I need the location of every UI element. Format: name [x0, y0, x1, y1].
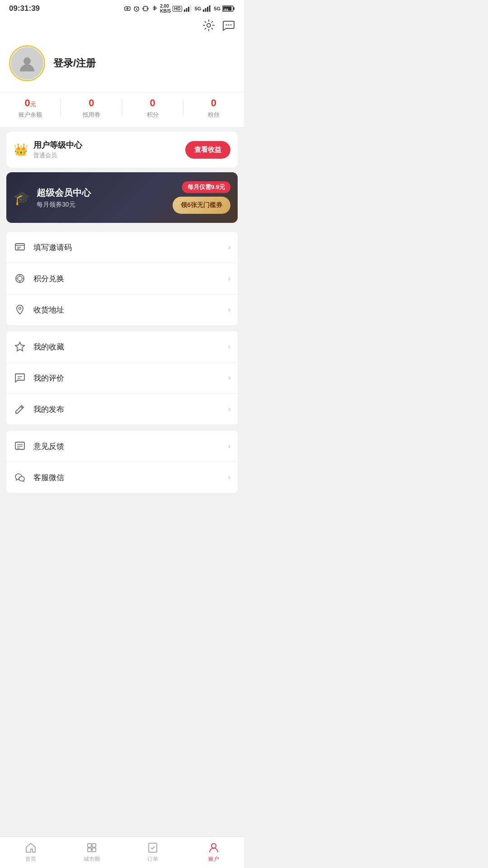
stat-points[interactable]: 0 积分	[122, 97, 183, 119]
chevron-right-icon: ›	[228, 243, 230, 251]
svg-rect-7	[203, 9, 204, 12]
svg-rect-6	[190, 5, 191, 12]
location-icon	[14, 303, 26, 316]
svg-rect-10	[209, 5, 211, 12]
star-icon	[14, 340, 26, 353]
menu-item-invite[interactable]: 填写邀请码 ›	[6, 232, 238, 263]
svg-rect-9	[207, 7, 208, 12]
svg-text:84: 84	[224, 8, 228, 12]
settings-button[interactable]	[202, 19, 215, 33]
svg-point-16	[226, 24, 227, 26]
signal-icon-1	[184, 5, 193, 12]
avatar-placeholder	[11, 47, 43, 80]
chevron-right-icon: ›	[228, 374, 230, 382]
menu-item-points[interactable]: 积分兑换 ›	[6, 263, 238, 294]
battery-icon: 84	[222, 5, 235, 12]
stat-fans[interactable]: 0 粉丝	[183, 97, 244, 119]
comment-icon	[14, 372, 26, 384]
vip-coupon-button[interactable]: 领6张无门槛券	[173, 197, 230, 214]
signal-icon-2	[203, 5, 212, 12]
chevron-right-icon: ›	[228, 343, 230, 351]
chevron-right-icon: ›	[228, 306, 230, 314]
svg-point-30	[19, 307, 21, 310]
menu-item-favorites[interactable]: 我的收藏 ›	[6, 331, 238, 363]
menu-item-review[interactable]: 我的评价 ›	[6, 363, 238, 394]
menu-group-3: 意见反馈 › 客服微信 ›	[6, 431, 238, 493]
hd-badge: HD	[173, 6, 182, 12]
vip-actions: 每月仅需9.9元 领6张无门槛券	[173, 181, 230, 214]
chevron-right-icon: ›	[228, 274, 230, 283]
level-text: 用户等级中心 普通会员	[33, 140, 82, 160]
nfc-icon	[124, 5, 131, 12]
svg-rect-5	[188, 7, 189, 12]
profile-section[interactable]: 登录/注册	[0, 38, 244, 92]
menu-item-publish[interactable]: 我的发布 ›	[6, 394, 238, 425]
message-button[interactable]	[222, 19, 235, 33]
vibrate-icon	[142, 5, 149, 12]
network-5g-1: 5G	[195, 6, 202, 11]
svg-point-15	[207, 24, 211, 27]
menu-group-1: 填写邀请码 › 积分兑换 › 收货地址 ›	[6, 232, 238, 325]
chevron-right-icon: ›	[228, 473, 230, 481]
cards-section: 👑 用户等级中心 普通会员 查看收益 🎓 超级会员中心 每月领券30元 每月仅需…	[0, 127, 244, 227]
stat-voucher[interactable]: 0 抵用券	[61, 97, 122, 119]
view-earnings-button[interactable]: 查看收益	[185, 141, 230, 159]
invite-icon	[14, 241, 26, 254]
alarm-icon	[133, 5, 140, 12]
svg-point-19	[23, 57, 31, 65]
level-card[interactable]: 👑 用户等级中心 普通会员 查看收益	[6, 132, 238, 168]
svg-rect-2	[144, 6, 147, 11]
chevron-right-icon: ›	[228, 405, 230, 413]
points-icon	[14, 272, 26, 285]
vip-card[interactable]: 🎓 超级会员中心 每月领券30元 每月仅需9.9元 领6张无门槛券	[6, 172, 238, 223]
status-bar: 09:31:39 2.00KB/S HD 5G 5G 84	[0, 0, 244, 17]
wechat-icon	[14, 471, 26, 484]
status-icons: 2.00KB/S HD 5G 5G 84	[124, 4, 235, 14]
network-5g-2: 5G	[214, 6, 221, 11]
message-icon	[222, 19, 235, 32]
menu-item-feedback[interactable]: 意见反馈 ›	[6, 431, 238, 462]
level-info: 👑 用户等级中心 普通会员	[14, 140, 82, 160]
top-icons-bar	[0, 17, 244, 38]
settings-icon	[202, 19, 215, 32]
svg-rect-20	[15, 244, 24, 250]
svg-rect-8	[205, 8, 206, 12]
graduation-icon: 🎓	[14, 190, 30, 206]
user-avatar-icon	[17, 53, 37, 73]
crown-icon: 👑	[14, 143, 28, 157]
vip-info: 🎓 超级会员中心 每月领券30元	[14, 187, 91, 209]
edit-icon	[14, 403, 26, 415]
stat-balance[interactable]: 0元 账户余额	[0, 97, 61, 119]
svg-point-25	[18, 276, 22, 281]
bluetooth-icon	[151, 5, 158, 12]
svg-rect-12	[234, 7, 235, 10]
menu-item-wechat[interactable]: 客服微信 ›	[6, 462, 238, 493]
stat-balance-number: 0元	[25, 97, 36, 109]
stats-row: 0元 账户余额 0 抵用券 0 积分 0 粉丝	[0, 92, 244, 127]
avatar[interactable]	[9, 45, 45, 81]
vip-text: 超级会员中心 每月领券30元	[37, 187, 91, 209]
chevron-right-icon: ›	[228, 442, 230, 450]
menu-group-2: 我的收藏 › 我的评价 › 我的发布 ›	[6, 331, 238, 425]
svg-rect-3	[184, 9, 185, 12]
menu-item-address[interactable]: 收货地址 ›	[6, 294, 238, 325]
svg-rect-4	[186, 8, 187, 12]
login-register-label[interactable]: 登录/注册	[53, 57, 96, 70]
speed-indicator: 2.00KB/S	[160, 4, 171, 14]
feedback-icon	[14, 440, 26, 453]
vip-price-badge: 每月仅需9.9元	[182, 181, 230, 193]
status-time: 09:31:39	[9, 4, 40, 13]
svg-point-18	[230, 24, 232, 26]
svg-point-17	[228, 24, 230, 26]
